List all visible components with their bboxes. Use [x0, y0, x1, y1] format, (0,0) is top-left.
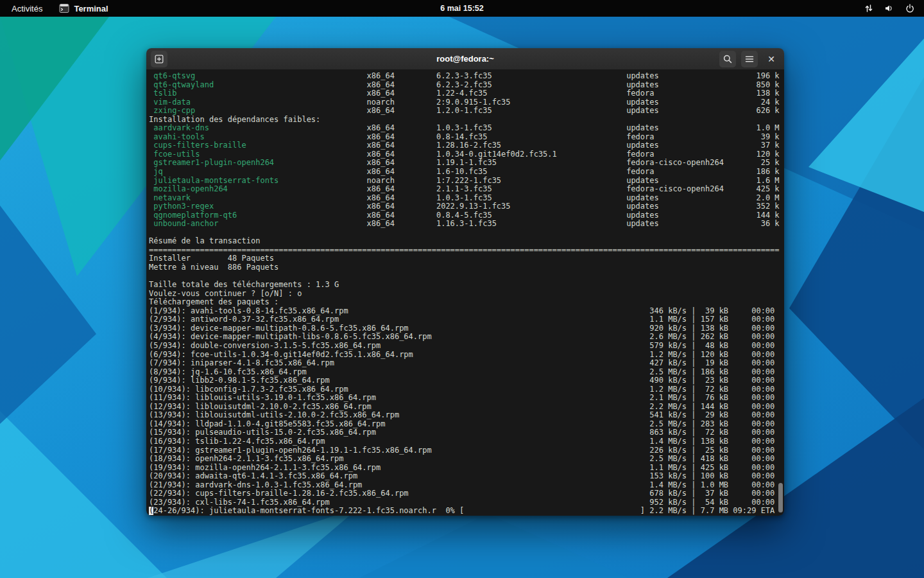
clock[interactable]: 6 mai 15:52	[440, 4, 483, 13]
terminal-line: fcoe-utils x86_64 1.0.34-0.git14ef0d2.fc…	[149, 150, 784, 159]
new-tab-icon	[154, 54, 164, 64]
terminal-line: (15/934): pulseaudio-utils-15.0-2.fc35.x…	[149, 428, 784, 437]
terminal-line: Installation des dépendances faibles:	[149, 116, 784, 125]
menu-icon	[744, 54, 755, 64]
close-icon: ✕	[767, 55, 775, 64]
terminal-line: (8/934): jq-1.6-10.fc35.x86_64.rpm 2.5 M…	[149, 368, 784, 377]
network-icon[interactable]	[864, 3, 874, 13]
close-button[interactable]: ✕	[763, 51, 780, 67]
terminal-line: Voulez-vous continuer ? [o/N] : o	[149, 290, 784, 299]
terminal-line: Mettre à niveau 886 Paquets	[149, 263, 784, 272]
terminal-line: (23/934): cxl-libs-74-1.fc35.x86_64.rpm …	[149, 498, 784, 507]
terminal-output[interactable]: qt6-qtsvg x86_64 6.2.3-3.fc35 updates 19…	[146, 70, 784, 516]
terminal-line: tslib x86_64 1.22-4.fc35 fedora 138 k	[149, 89, 784, 98]
terminal-line: (21/934): aardvark-dns-1.0.3-1.fc35.x86_…	[149, 481, 784, 490]
terminal-line: (14/934): lldpad-1.1.0-4.git85e5583.fc35…	[149, 420, 784, 429]
terminal-line: (7/934): iniparser-4.1-8.fc35.x86_64.rpm…	[149, 359, 784, 368]
terminal-window: root@fedora:~ ✕ qt6-qtsvg	[146, 48, 784, 516]
terminal-line: (20/934): adwaita-qt6-1.4.1-3.fc35.x86_6…	[149, 472, 784, 481]
terminal-line: zxing-cpp x86_64 1.2.0-1.fc35 updates 62…	[149, 107, 784, 116]
activities-button[interactable]: Activités	[8, 3, 46, 15]
terminal-line: avahi-tools x86_64 0.8-14.fc35 fedora 39…	[149, 133, 784, 142]
terminal-line: unbound-anchor x86_64 1.16.3-1.fc35 upda…	[149, 220, 784, 229]
terminal-line: jq x86_64 1.6-10.fc35 fedora 186 k	[149, 168, 784, 177]
terminal-line: (6/934): fcoe-utils-1.0.34-0.git14ef0d2.…	[149, 351, 784, 360]
scrollbar-thumb[interactable]	[778, 483, 783, 512]
window-headerbar[interactable]: root@fedora:~ ✕	[146, 48, 784, 70]
terminal-line: netavark x86_64 1.0.3-1.fc35 updates 2.0…	[149, 194, 784, 203]
volume-icon[interactable]	[884, 3, 894, 13]
terminal-line: (12/934): liblouisutdml-2.10.0-2.fc35.x8…	[149, 403, 784, 412]
terminal-line: (1/934): avahi-tools-0.8-14.fc35.x86_64.…	[149, 307, 784, 316]
terminal-line: python3-regex x86_64 2022.9.13-1.fc35 up…	[149, 202, 784, 211]
terminal-line: (18/934): openh264-2.1.1-3.fc35.x86_64.r…	[149, 455, 784, 464]
menu-button[interactable]	[741, 51, 758, 67]
terminal-line: Installer 48 Paquets	[149, 254, 784, 263]
terminal-line: gstreamer1-plugin-openh264 x86_64 1.19.1…	[149, 159, 784, 168]
terminal-line: (4/934): device-mapper-multipath-libs-0.…	[149, 333, 784, 342]
search-icon	[723, 54, 733, 64]
terminal-line: julietaula-montserrat-fonts noarch 1:7.2…	[149, 177, 784, 186]
terminal-line: (24-26/934): julietaula-montserrat-fonts…	[149, 507, 784, 516]
terminal-line: ========================================…	[149, 246, 784, 255]
new-tab-button[interactable]	[151, 51, 167, 67]
terminal-line: (3/934): device-mapper-multipath-0.8.6-5…	[149, 324, 784, 333]
terminal-line: Résumé de la transaction	[149, 237, 784, 246]
top-bar: Activités Terminal 6 mai 15:52	[0, 0, 924, 17]
terminal-line: vim-data noarch 2:9.0.915-1.fc35 updates…	[149, 98, 784, 107]
app-menu-label: Terminal	[74, 4, 108, 13]
search-button[interactable]	[719, 51, 736, 67]
terminal-line: (5/934): double-conversion-3.1.5-5.fc35.…	[149, 342, 784, 351]
terminal-line: mozilla-openh264 x86_64 2.1.1-3.fc35 fed…	[149, 185, 784, 194]
terminal-line: qgnomeplatform-qt6 x86_64 0.8.4-5.fc35 u…	[149, 211, 784, 220]
terminal-app-icon	[59, 3, 69, 13]
terminal-line: (11/934): liblouis-utils-3.19.0-1.fc35.x…	[149, 394, 784, 403]
system-status-area[interactable]	[864, 3, 924, 13]
terminal-line: Téléchargement des paquets :	[149, 298, 784, 307]
power-icon[interactable]	[905, 3, 915, 13]
terminal-line: Taille totale des téléchargements : 1.3 …	[149, 281, 784, 290]
terminal-line: qt6-qtwayland x86_64 6.2.3-2.fc35 update…	[149, 81, 784, 90]
terminal-line: qt6-qtsvg x86_64 6.2.3-3.fc35 updates 19…	[149, 72, 784, 81]
terminal-line: (9/934): libb2-0.98.1-5.fc35.x86_64.rpm …	[149, 376, 784, 385]
terminal-line	[149, 229, 784, 238]
terminal-line: (17/934): gstreamer1-plugin-openh264-1.1…	[149, 446, 784, 455]
app-menu-button[interactable]: Terminal	[59, 3, 108, 13]
terminal-line: cups-filters-braille x86_64 1.28.16-2.fc…	[149, 141, 784, 150]
terminal-line: (13/934): liblouisutdml-utils-2.10.0-2.f…	[149, 411, 784, 420]
terminal-line: (19/934): mozilla-openh264-2.1.1-3.fc35.…	[149, 464, 784, 473]
terminal-line: (22/934): cups-filters-braille-1.28.16-2…	[149, 489, 784, 498]
terminal-line	[149, 272, 784, 281]
terminal-line: (10/934): libconfig-1.7.3-2.fc35.x86_64.…	[149, 385, 784, 394]
terminal-line: aardvark-dns x86_64 1.0.3-1.fc35 updates…	[149, 124, 784, 133]
terminal-line: (16/934): tslib-1.22-4.fc35.x86_64.rpm 1…	[149, 437, 784, 446]
terminal-line: (2/934): antiword-0.37-32.fc35.x86_64.rp…	[149, 315, 784, 324]
desktop: Activités Terminal 6 mai 15:52	[0, 0, 924, 578]
window-title: root@fedora:~	[436, 54, 494, 64]
